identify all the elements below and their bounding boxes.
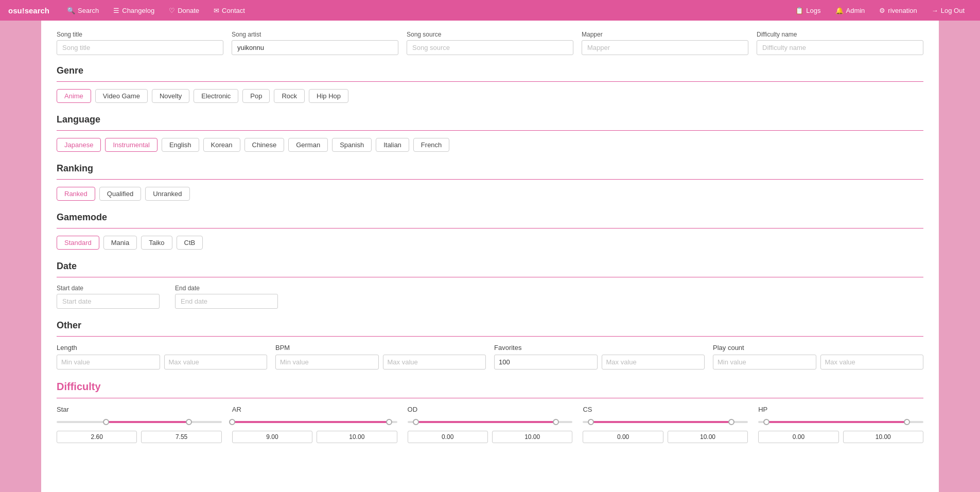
diff-max-star[interactable] <box>141 431 221 443</box>
max-input-bpm[interactable] <box>383 355 486 370</box>
diff-max-od[interactable] <box>492 431 572 443</box>
toggle-btn-ctb[interactable]: CtB <box>177 236 203 250</box>
nav-admin[interactable]: 🔔 Admin <box>828 0 872 21</box>
min-input-play count[interactable] <box>713 355 816 370</box>
toggle-btn-hip-hop[interactable]: Hip Hop <box>309 89 348 103</box>
toggle-btn-french[interactable]: French <box>413 138 449 152</box>
diff-max-ar[interactable] <box>317 431 397 443</box>
song-title-label: Song title <box>57 31 223 38</box>
max-input-play count[interactable] <box>820 355 924 370</box>
toggle-btn-taiko[interactable]: Taiko <box>141 236 172 250</box>
slider-ar[interactable] <box>232 417 397 427</box>
other-section: Other LengthBPMFavoritesPlay count <box>57 320 923 370</box>
diff-max-hp[interactable] <box>843 431 923 443</box>
song-source-input[interactable] <box>407 40 573 55</box>
toggle-btn-qualified[interactable]: Qualified <box>99 187 141 201</box>
toggle-btn-pop[interactable]: Pop <box>242 89 270 103</box>
nav-contact-label: Contact <box>222 7 245 14</box>
nav-changelog[interactable]: ☰ Changelog <box>106 0 162 21</box>
language-toggle-group: JapaneseInstrumentalEnglishKoreanChinese… <box>57 138 923 152</box>
max-input-favorites[interactable] <box>602 355 705 370</box>
slider-track <box>408 421 573 423</box>
toggle-btn-english[interactable]: English <box>162 138 199 152</box>
toggle-btn-rock[interactable]: Rock <box>274 89 305 103</box>
slider-thumb-left-4[interactable] <box>763 419 769 425</box>
ranking-section: Ranking RankedQualifiedUnranked <box>57 163 923 201</box>
toggle-btn-spanish[interactable]: Spanish <box>332 138 372 152</box>
toggle-btn-german[interactable]: German <box>288 138 328 152</box>
mapper-field: Mapper <box>582 31 748 55</box>
slider-hp[interactable] <box>758 417 923 427</box>
toggle-btn-mania[interactable]: Mania <box>103 236 137 250</box>
nav-logout[interactable]: → Log Out <box>924 0 972 21</box>
diff-min-od[interactable] <box>408 431 488 443</box>
nav-donate-label: Donate <box>178 7 199 14</box>
diff-min-hp[interactable] <box>758 431 838 443</box>
other-label-0: Length <box>57 344 267 352</box>
nav-rivenation[interactable]: ⚙ rivenation <box>872 0 924 21</box>
minmax-row-3 <box>713 355 923 370</box>
toggle-btn-unranked[interactable]: Unranked <box>145 187 189 201</box>
slider-thumb-right-0[interactable] <box>186 419 192 425</box>
ranking-divider <box>57 179 923 180</box>
slider-thumb-right-1[interactable] <box>386 419 392 425</box>
admin-icon: 🔔 <box>835 7 844 14</box>
difficulty-name-input[interactable] <box>757 40 923 55</box>
toggle-btn-korean[interactable]: Korean <box>203 138 240 152</box>
other-label-3: Play count <box>713 344 923 352</box>
nav-contact[interactable]: ✉ Contact <box>206 0 252 21</box>
date-title: Date <box>57 261 923 272</box>
gamemode-section: Gamemode StandardManiaTaikoCtB <box>57 212 923 250</box>
toggle-btn-instrumental[interactable]: Instrumental <box>105 138 157 152</box>
min-input-length[interactable] <box>57 355 160 370</box>
start-date-input[interactable] <box>57 294 160 309</box>
diff-label-3: CS <box>583 406 748 413</box>
toggle-btn-electronic[interactable]: Electronic <box>194 89 238 103</box>
other-item-favorites: Favorites <box>494 344 705 370</box>
slider-thumb-right-3[interactable] <box>728 419 734 425</box>
difficulty-section: Difficulty StarARODCSHP <box>57 381 923 443</box>
genre-section: Genre AnimeVideo GameNoveltyElectronicPo… <box>57 65 923 103</box>
toggle-btn-video-game[interactable]: Video Game <box>95 89 148 103</box>
slider-thumb-right-4[interactable] <box>904 419 910 425</box>
slider-star[interactable] <box>57 417 222 427</box>
toggle-btn-ranked[interactable]: Ranked <box>57 187 95 201</box>
min-input-bpm[interactable] <box>275 355 379 370</box>
toggle-btn-novelty[interactable]: Novelty <box>152 89 189 103</box>
toggle-btn-italian[interactable]: Italian <box>376 138 409 152</box>
slider-thumb-left-3[interactable] <box>588 419 594 425</box>
slider-od[interactable] <box>408 417 573 427</box>
song-artist-label: Song artist <box>232 31 398 38</box>
diff-max-cs[interactable] <box>668 431 748 443</box>
max-input-length[interactable] <box>164 355 268 370</box>
toggle-btn-chinese[interactable]: Chinese <box>244 138 285 152</box>
mapper-input[interactable] <box>582 40 748 55</box>
diff-values-0 <box>57 431 222 443</box>
toggle-btn-standard[interactable]: Standard <box>57 236 99 250</box>
donate-icon: ♡ <box>169 7 175 14</box>
diff-min-ar[interactable] <box>232 431 312 443</box>
slider-thumb-right-2[interactable] <box>553 419 559 425</box>
toggle-btn-anime[interactable]: Anime <box>57 89 91 103</box>
toggle-btn-japanese[interactable]: Japanese <box>57 138 101 152</box>
song-title-input[interactable] <box>57 40 223 55</box>
changelog-icon: ☰ <box>113 7 119 14</box>
nav-donate[interactable]: ♡ Donate <box>162 0 206 21</box>
nav-logs[interactable]: 📋 Logs <box>788 0 828 21</box>
nav-right: 📋 Logs 🔔 Admin ⚙ rivenation → Log Out <box>788 0 972 21</box>
diff-label-2: OD <box>408 406 573 413</box>
song-artist-input[interactable] <box>232 40 398 55</box>
start-date-field: Start date <box>57 285 160 309</box>
end-date-input[interactable] <box>175 294 278 309</box>
diff-grid: StarARODCSHP <box>57 406 923 443</box>
slider-thumb-left-2[interactable] <box>413 419 419 425</box>
slider-thumb-left-1[interactable] <box>229 419 235 425</box>
min-input-favorites[interactable] <box>494 355 598 370</box>
diff-min-cs[interactable] <box>583 431 663 443</box>
slider-fill-4 <box>766 421 907 423</box>
difficulty-divider <box>57 398 923 398</box>
slider-thumb-left-0[interactable] <box>103 419 109 425</box>
diff-min-star[interactable] <box>57 431 137 443</box>
nav-search[interactable]: 🔍 Search <box>60 0 106 21</box>
slider-cs[interactable] <box>583 417 748 427</box>
